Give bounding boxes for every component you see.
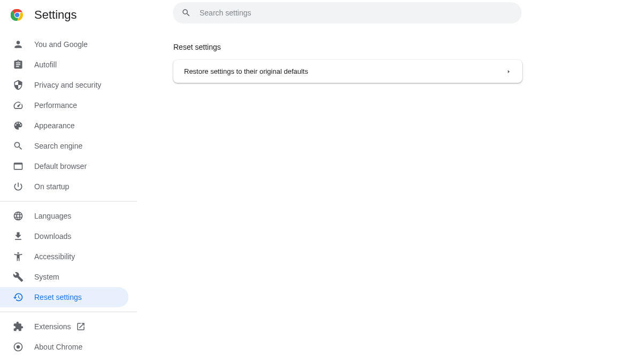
sidebar-item-label: About Chrome bbox=[34, 343, 82, 351]
sidebar-item-autofill[interactable]: Autofill bbox=[0, 55, 128, 75]
search-icon bbox=[13, 141, 24, 151]
sidebar-item-label: Privacy and security bbox=[34, 81, 101, 89]
sidebar-item-languages[interactable]: Languages bbox=[0, 206, 128, 226]
sidebar: You and Google Autofill Privacy and secu… bbox=[0, 30, 137, 357]
browser-icon bbox=[13, 161, 24, 172]
sidebar-item-label: You and Google bbox=[34, 40, 88, 49]
divider bbox=[0, 201, 137, 202]
sidebar-item-label: Appearance bbox=[34, 121, 75, 130]
sidebar-item-reset-settings[interactable]: Reset settings bbox=[0, 287, 128, 307]
sidebar-item-accessibility[interactable]: Accessibility bbox=[0, 246, 128, 267]
speedometer-icon bbox=[13, 100, 24, 111]
sidebar-item-label: Performance bbox=[34, 101, 77, 110]
main-content: Reset settings Restore settings to their… bbox=[137, 30, 642, 357]
shield-icon bbox=[13, 80, 24, 90]
restore-defaults-row[interactable]: Restore settings to their original defau… bbox=[173, 60, 522, 83]
section-title: Reset settings bbox=[173, 43, 642, 51]
sidebar-item-label: Autofill bbox=[34, 60, 57, 69]
sidebar-item-extensions[interactable]: Extensions bbox=[0, 316, 128, 337]
sidebar-item-performance[interactable]: Performance bbox=[0, 95, 128, 115]
sidebar-item-label: Search engine bbox=[34, 142, 82, 150]
search-input[interactable] bbox=[200, 9, 513, 17]
sidebar-item-privacy[interactable]: Privacy and security bbox=[0, 75, 128, 95]
divider bbox=[0, 312, 137, 312]
globe-icon bbox=[13, 211, 24, 221]
sidebar-item-about-chrome[interactable]: About Chrome bbox=[0, 337, 128, 357]
sidebar-item-label: On startup bbox=[34, 182, 69, 191]
settings-card: Restore settings to their original defau… bbox=[173, 60, 522, 83]
extension-icon bbox=[13, 321, 24, 332]
header: Settings bbox=[0, 0, 642, 30]
wrench-icon bbox=[13, 272, 24, 282]
chrome-logo-icon bbox=[11, 9, 24, 21]
sidebar-item-label: Languages bbox=[34, 212, 71, 220]
sidebar-item-system[interactable]: System bbox=[0, 267, 128, 287]
person-icon bbox=[13, 39, 24, 50]
sidebar-item-search-engine[interactable]: Search engine bbox=[0, 136, 128, 156]
sidebar-item-downloads[interactable]: Downloads bbox=[0, 226, 128, 246]
open-in-new-icon bbox=[76, 322, 86, 331]
search-icon bbox=[181, 8, 191, 18]
chrome-outline-icon bbox=[13, 342, 24, 352]
download-icon bbox=[13, 231, 24, 242]
page-title: Settings bbox=[34, 8, 77, 22]
sidebar-item-label: Extensions bbox=[34, 322, 71, 331]
chevron-right-icon bbox=[506, 69, 511, 74]
svg-point-2 bbox=[15, 13, 20, 18]
restore-icon bbox=[13, 292, 24, 303]
sidebar-item-you-and-google[interactable]: You and Google bbox=[0, 34, 128, 55]
sidebar-item-label: System bbox=[34, 273, 59, 281]
search-container[interactable] bbox=[173, 2, 522, 24]
clipboard-icon bbox=[13, 59, 24, 70]
sidebar-item-on-startup[interactable]: On startup bbox=[0, 176, 128, 197]
palette-icon bbox=[13, 120, 24, 131]
sidebar-item-appearance[interactable]: Appearance bbox=[0, 115, 128, 136]
sidebar-item-label: Downloads bbox=[34, 232, 71, 241]
restore-defaults-label: Restore settings to their original defau… bbox=[184, 67, 308, 75]
power-icon bbox=[13, 181, 24, 192]
accessibility-icon bbox=[13, 251, 24, 262]
sidebar-item-default-browser[interactable]: Default browser bbox=[0, 156, 128, 176]
sidebar-item-label: Reset settings bbox=[34, 293, 82, 301]
sidebar-item-label: Default browser bbox=[34, 162, 87, 171]
sidebar-item-label: Accessibility bbox=[34, 252, 75, 261]
